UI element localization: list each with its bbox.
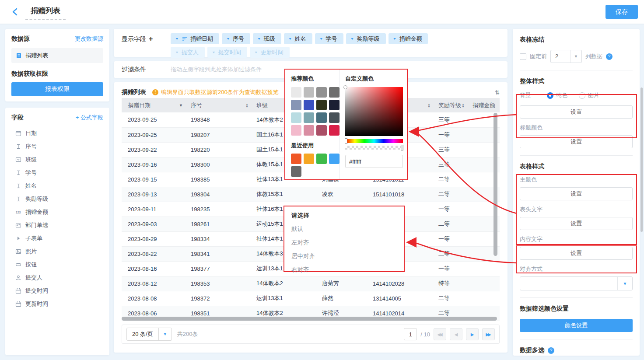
color-swatch[interactable]	[304, 100, 314, 110]
column-header[interactable]: 奖励等级▲▼	[432, 98, 466, 112]
sv-handle[interactable]	[343, 85, 347, 89]
page-number-input[interactable]	[404, 328, 417, 340]
field-item[interactable]: 提交人	[11, 271, 103, 284]
field-chip[interactable]: ▼提交人	[171, 47, 205, 58]
align-option[interactable]: 左对齐	[291, 239, 404, 247]
field-chip[interactable]: ▼奖励等级	[346, 33, 386, 44]
sidebar-scrollbar[interactable]	[640, 87, 643, 232]
theme-color-setting-button[interactable]: 设置	[520, 187, 633, 200]
color-swatch[interactable]	[329, 100, 340, 110]
content-text-setting-button[interactable]: 设置	[520, 247, 633, 260]
hue-slider[interactable]	[345, 139, 403, 143]
hue-handle[interactable]	[345, 138, 347, 144]
field-chip[interactable]: ▼姓名	[284, 33, 312, 44]
recent-color-swatch[interactable]	[291, 166, 301, 177]
title-color-setting-button[interactable]: 设置	[520, 135, 633, 148]
last-page-button[interactable]: ▶▶	[482, 328, 495, 340]
formula-field-link[interactable]: + 公式字段	[76, 114, 103, 122]
field-chip[interactable]: ▼序号	[222, 33, 250, 44]
alpha-slider[interactable]	[345, 146, 403, 150]
field-chip[interactable]: ▼提交时间	[207, 47, 247, 58]
table-sort-icon[interactable]: ⇅	[495, 89, 500, 96]
field-item[interactable]: 日期	[11, 127, 103, 140]
color-swatch[interactable]	[291, 125, 301, 136]
align-option[interactable]: 默认	[291, 225, 404, 233]
field-item[interactable]: 子表单	[11, 232, 103, 245]
hex-color-input[interactable]	[345, 155, 403, 168]
table-row[interactable]: 2023-08-08198372运训13本1薛然131414005二等	[122, 291, 500, 306]
table-vertical-scrollbar[interactable]	[494, 113, 497, 256]
field-item[interactable]: 按钮	[11, 258, 103, 271]
column-header[interactable]: 捐赠日期▼	[122, 98, 185, 112]
field-item[interactable]: 班级	[11, 153, 103, 166]
color-swatch[interactable]	[329, 125, 340, 136]
prev-page-button[interactable]: ◀	[450, 328, 462, 340]
align-mode-select[interactable]: ▼	[520, 276, 633, 290]
field-item[interactable]: 奖励等级	[11, 192, 103, 206]
field-chip[interactable]: ▼班级	[253, 33, 281, 44]
table-horizontal-scrollbar[interactable]	[122, 317, 497, 321]
header-text-setting-button[interactable]: 设置	[520, 217, 633, 230]
field-item[interactable]: 学号	[11, 166, 103, 179]
alpha-handle[interactable]	[401, 145, 403, 150]
color-swatch[interactable]	[316, 100, 327, 110]
field-chip[interactable]: ▼学号	[315, 33, 343, 44]
report-permission-button[interactable]: 报表权限	[11, 82, 103, 96]
recent-color-swatch[interactable]	[291, 154, 301, 164]
saturation-value-picker[interactable]	[345, 87, 403, 136]
field-item[interactable]: 更新时间	[11, 297, 103, 311]
table-style-title: 表格样式	[520, 163, 633, 171]
change-datasource-link[interactable]: 更改数据源	[75, 35, 103, 43]
column-header-label: 捐赠日期	[128, 101, 150, 109]
background-setting-button[interactable]: 设置	[520, 105, 633, 119]
color-swatch[interactable]	[316, 87, 327, 98]
next-page-button[interactable]: ▶	[466, 328, 479, 340]
color-swatch[interactable]	[304, 112, 314, 123]
field-item[interactable]: 序号	[11, 140, 103, 153]
page-size-select[interactable]: 20 条/页 ▼	[126, 328, 172, 341]
field-chip[interactable]: ▼捐赠日期	[171, 33, 219, 44]
back-icon[interactable]	[10, 7, 20, 17]
align-option[interactable]: 右对齐	[291, 266, 404, 274]
field-item[interactable]: 123捐赠金额	[11, 206, 103, 219]
column-header[interactable]: 序号▲▼	[185, 98, 250, 112]
recent-color-swatch[interactable]	[304, 154, 314, 164]
help-icon[interactable]: ?	[606, 53, 612, 60]
freeze-count-select[interactable]: 2 ▼	[550, 50, 582, 63]
color-swatch[interactable]	[304, 87, 314, 98]
table-row[interactable]: 2023-09-13198304体教15本1凌欢1514101018二等	[122, 187, 500, 202]
color-swatch[interactable]	[304, 125, 314, 136]
radio-image[interactable]: 图片	[579, 91, 599, 99]
align-option[interactable]: 居中对齐	[291, 252, 404, 260]
add-field-button[interactable]: +	[149, 35, 153, 42]
freeze-checkbox[interactable]	[520, 53, 526, 60]
table-row[interactable]: 2023-08-1219835314体教本2唐菊芳1414102028特等	[122, 276, 500, 291]
field-item[interactable]: 照片	[11, 245, 103, 258]
field-item[interactable]: 提交时间	[11, 284, 103, 297]
field-chip[interactable]: ▼捐赠金额	[388, 33, 428, 44]
radio-solid-color[interactable]: 纯色	[547, 91, 567, 99]
recent-color-swatch[interactable]	[329, 154, 340, 164]
color-swatch[interactable]	[291, 87, 301, 98]
field-chip[interactable]: ▼更新时间	[250, 47, 290, 58]
color-swatch[interactable]	[329, 87, 340, 98]
color-swatch[interactable]	[316, 112, 327, 123]
color-swatch[interactable]	[329, 112, 340, 123]
color-swatch[interactable]	[291, 112, 301, 123]
color-swatch[interactable]	[316, 125, 327, 136]
field-item[interactable]: 姓名	[11, 179, 103, 192]
table-cell: 二等	[432, 187, 466, 202]
datasource-item[interactable]: 捐赠列表	[11, 48, 103, 63]
save-button[interactable]: 保存	[606, 5, 638, 19]
color-setting-button[interactable]: 颜色设置	[520, 319, 633, 332]
recent-color-swatch[interactable]	[316, 154, 327, 164]
help-icon[interactable]: ?	[548, 347, 554, 354]
first-page-button[interactable]: ◀◀	[434, 328, 446, 340]
filter-caret-icon[interactable]: ▼	[179, 103, 183, 108]
field-item[interactable]: 部门单选	[11, 219, 103, 232]
filter-label: 过滤条件	[122, 66, 171, 73]
chevron-down-icon: ▼	[175, 37, 179, 41]
column-header[interactable]: 捐赠金额	[466, 98, 500, 112]
color-swatch[interactable]	[291, 100, 301, 110]
table-cell: 1514101018	[367, 187, 432, 202]
